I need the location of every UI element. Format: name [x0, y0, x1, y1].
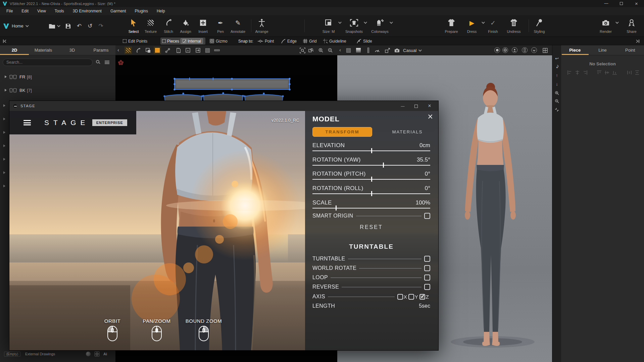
tab-piece[interactable]: Piece — [561, 48, 589, 53]
reset-button[interactable]: RESET — [312, 224, 430, 230]
gizmo-toggle[interactable]: Gizmo — [210, 37, 228, 45]
tool-render[interactable]: Render — [595, 17, 616, 34]
expander-icon[interactable] — [3, 158, 5, 161]
expander-icon[interactable] — [5, 89, 7, 92]
expander-icon[interactable] — [3, 131, 5, 134]
stage-close-button[interactable]: × — [423, 103, 436, 109]
align-middle-button[interactable] — [604, 70, 609, 75]
stage-window[interactable]: STAGE — × — [9, 101, 439, 351]
collapse-view-icon[interactable] — [552, 108, 561, 112]
tab-point[interactable]: Point — [616, 48, 644, 53]
tension-map-toggle[interactable] — [374, 47, 381, 54]
tool-snapshots[interactable]: Snapshots — [343, 17, 365, 34]
distribute-h-button[interactable] — [627, 70, 632, 75]
slide-toggle[interactable]: Slide — [357, 37, 372, 45]
tool-size[interactable]: Size: M — [318, 17, 339, 34]
rotation-pitch-slider[interactable] — [312, 179, 430, 180]
pieces-toggle[interactable]: Pieces — [162, 39, 179, 44]
tree-item-fr[interactable]: FR [8] — [0, 72, 115, 81]
align-right-button[interactable] — [583, 70, 588, 75]
camera-preset-dropdown[interactable]: Casual — [403, 45, 421, 55]
smart-origin-checkbox[interactable] — [424, 213, 430, 219]
globe-icon[interactable] — [502, 47, 508, 53]
fill-view-toggle[interactable] — [154, 47, 161, 54]
undo-button[interactable]: ↶ — [77, 22, 82, 29]
info-toggle[interactable] — [184, 47, 192, 54]
menu-garment[interactable]: Garment — [106, 9, 131, 13]
tab-materials[interactable]: Materials — [29, 48, 58, 53]
texture-view-toggle[interactable] — [125, 47, 132, 54]
stitch-link-toggle[interactable] — [164, 47, 171, 54]
tab-transform[interactable]: TRANSFORM — [312, 127, 372, 137]
arrow-up-icon[interactable]: ↑ — [552, 73, 561, 78]
menu-edit[interactable]: Edit — [17, 9, 33, 13]
rotation-yaw-slider[interactable] — [312, 165, 430, 166]
snap-guideline-toggle[interactable]: Guideline — [323, 37, 346, 45]
menu-file[interactable]: File — [2, 9, 17, 13]
menu-3d-environment[interactable]: 3D Environment — [68, 9, 106, 13]
open-folder-button[interactable] — [49, 23, 59, 29]
tool-finish[interactable]: ✓ Finish — [482, 17, 504, 34]
collapse-toolbar-button[interactable] — [3, 37, 7, 45]
rotation-roll-slider[interactable] — [312, 193, 430, 194]
stage-maximize-button[interactable] — [409, 104, 423, 109]
background-toggle[interactable] — [355, 47, 362, 54]
tool-prepare[interactable]: Prepare — [441, 17, 462, 34]
align-top-button[interactable] — [597, 70, 602, 75]
scale-slider[interactable] — [312, 208, 430, 208]
collapse-2d-toolbar[interactable]: ‹ — [117, 47, 119, 53]
tab-materials[interactable]: MATERIALS — [382, 127, 433, 137]
stage-titlebar[interactable]: STAGE — × — [9, 101, 438, 111]
snap-point-toggle[interactable]: Point — [258, 37, 274, 45]
list-menu-icon[interactable] — [105, 61, 109, 64]
minimize-button[interactable]: — — [599, 0, 614, 7]
expander-icon[interactable] — [3, 171, 5, 174]
tool-undress[interactable]: Undress — [503, 17, 525, 34]
tool-annotate[interactable]: ✎ Annotate — [227, 17, 249, 34]
zoom-out-button[interactable] — [327, 47, 334, 54]
grid-2d-toggle[interactable] — [204, 47, 211, 54]
mesh-icon[interactable] — [95, 352, 99, 356]
align-center-h-button[interactable] — [575, 70, 580, 75]
pieces-view-toggle[interactable] — [144, 47, 152, 54]
axis-z-option[interactable]: Z — [419, 294, 430, 300]
menu-view[interactable]: View — [33, 9, 50, 13]
redo-button[interactable]: ↷ — [99, 22, 103, 29]
tool-styling[interactable]: Styling — [529, 17, 550, 34]
zoom-in-button[interactable] — [317, 47, 325, 54]
edit-points-button[interactable]: Edit Points — [123, 37, 147, 45]
turntable-checkbox[interactable] — [424, 256, 430, 262]
ai-badge[interactable]: Ai — [103, 352, 107, 356]
hamburger-menu-icon[interactable] — [23, 120, 31, 125]
grid-3d-toggle[interactable] — [345, 47, 352, 54]
snap-edge-toggle[interactable]: Edge — [281, 37, 297, 45]
zoom-out-icon[interactable] — [552, 99, 561, 103]
tab-2d[interactable]: 2D — [0, 48, 29, 53]
stage-minimize-button[interactable]: — — [396, 104, 409, 108]
avatar-select-dropdown[interactable] — [531, 47, 537, 53]
fold-view-toggle[interactable] — [175, 47, 182, 54]
expander-icon[interactable] — [3, 185, 5, 187]
world-rotate-checkbox[interactable] — [424, 265, 430, 271]
tool-share[interactable]: Share — [621, 17, 642, 34]
loop-checkbox[interactable] — [424, 275, 430, 281]
axis-x-checkbox[interactable] — [397, 294, 403, 300]
model-close-icon[interactable]: × — [428, 112, 433, 122]
search-icon[interactable] — [96, 60, 99, 63]
maximize-button[interactable] — [614, 0, 629, 7]
ruler-3d-toggle[interactable] — [364, 47, 372, 54]
home-menu[interactable]: Home — [3, 15, 28, 37]
tree-item-bk[interactable]: BK [7] — [0, 85, 115, 95]
ruler-2d-toggle[interactable] — [213, 47, 220, 54]
tab-line[interactable]: Line — [589, 48, 616, 53]
search-input[interactable] — [3, 59, 93, 66]
expand-panel-button[interactable] — [636, 37, 640, 45]
menu-help[interactable]: Help — [152, 9, 169, 13]
reverse-checkbox[interactable] — [424, 284, 430, 290]
menu-plugins[interactable]: Plugins — [131, 9, 152, 13]
zoom-in-icon[interactable] — [552, 91, 561, 95]
zoom-fit-button[interactable] — [299, 47, 306, 54]
expander-icon[interactable] — [3, 104, 5, 107]
expander-icon[interactable] — [3, 144, 5, 147]
tab-3d[interactable]: 3D — [58, 48, 87, 53]
